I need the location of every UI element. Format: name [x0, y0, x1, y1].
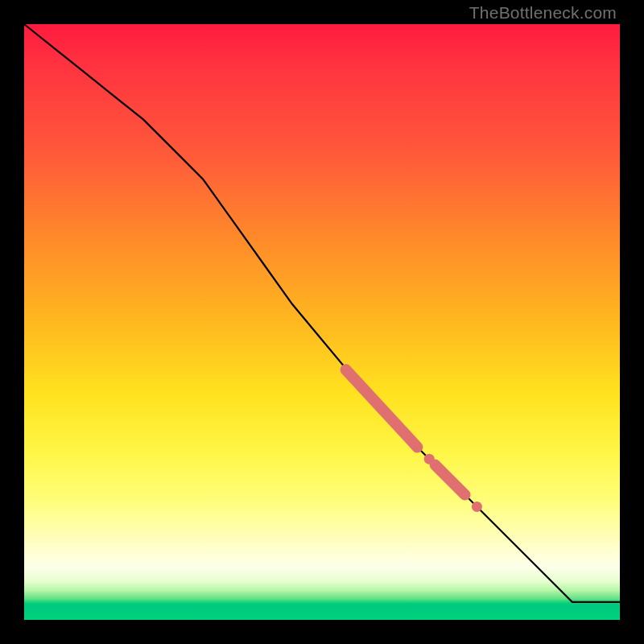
series-highlight-segment-2 — [436, 465, 465, 495]
series-highlight-segment-1 — [346, 369, 418, 447]
watermark-text: TheBottleneck.com — [469, 3, 617, 23]
plot-area — [24, 24, 620, 620]
series-curve — [24, 24, 620, 602]
chart-svg — [24, 24, 620, 620]
series-highlight-dot-2 — [472, 502, 482, 512]
chart-stage: TheBottleneck.com — [0, 0, 644, 644]
